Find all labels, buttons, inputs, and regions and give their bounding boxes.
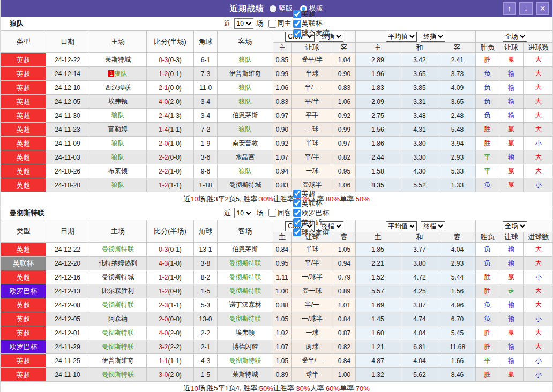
odds-away: 0.83 (333, 81, 356, 95)
home-team: 布莱顿 (89, 164, 147, 178)
league-checkbox-欧罗巴杯[interactable]: 欧罗巴杯 (293, 208, 330, 218)
avg-away-odds: 3.94 (439, 137, 476, 150)
league-checkbox-input[interactable] (293, 199, 301, 207)
avg-home-odds: 2.44 (356, 150, 400, 164)
summary-segment: 场,胜5平1负4, 胜率: (198, 383, 259, 392)
fulltime-score: 3-0 (159, 371, 168, 379)
halftime-score: (2-2) (168, 343, 182, 351)
home-team-name: 曼彻斯特联 (102, 343, 134, 350)
close-button[interactable]: ✕ (536, 2, 549, 15)
average-group-header: 平均值 终指 (356, 31, 476, 43)
handicap-result-cell: 输 (499, 340, 524, 354)
league-checkbox-英社盾[interactable]: 英社盾 (293, 218, 330, 228)
average-select[interactable]: 平均值 (386, 221, 417, 231)
corner-score: 3-6 (194, 150, 218, 164)
table-row: 英超24-12-10西汉姆联2-1(0-0)11-0狼队1.06半/一0.831… (1, 81, 553, 95)
league-checkbox-英联杯[interactable]: 英联杯 (293, 19, 330, 28)
same-venue-checkbox[interactable]: 同客 (265, 208, 292, 218)
scroll-down-button[interactable]: ↓ (519, 2, 533, 15)
handicap-result-cell: 走 (499, 284, 524, 298)
league-checkbox-英超[interactable]: 英超 (293, 9, 330, 19)
league-checkbox-input[interactable] (293, 190, 301, 198)
match-date: 24-10-26 (46, 164, 89, 178)
home-team-name: 埃弗顿 (108, 97, 128, 105)
odds-home: 1.02 (273, 326, 292, 340)
league-checkbox-input[interactable] (293, 218, 301, 227)
league-checkbox-input[interactable] (293, 209, 301, 217)
avg-away-odds: 1.66 (439, 354, 476, 368)
odds-away: 0.97 (333, 137, 356, 150)
league-checkbox-input[interactable] (293, 20, 301, 28)
odds-away: 0.90 (333, 67, 356, 81)
avg-home-odds: 1.56 (356, 123, 400, 137)
home-team-name: 西汉姆联 (105, 84, 131, 91)
away-team: 曼彻斯特联 (218, 284, 273, 298)
average-stage-select[interactable]: 终指 (421, 32, 445, 42)
avg-away-odds: 6.70 (439, 312, 476, 326)
same-venue-checkbox[interactable]: 同主 (265, 19, 292, 28)
summary-segment: 大率: (310, 383, 326, 392)
away-team-name: 水晶宫 (236, 153, 255, 161)
match-count-select[interactable]: 10 (234, 208, 253, 218)
avg-draw-odds: 4.74 (400, 312, 439, 326)
home-team: 伊普斯维奇 (89, 354, 147, 368)
league-filter-group: 英超英联杯欧罗巴杯英社盾球会友谊 (293, 189, 330, 237)
avg-home-odds: 2.21 (356, 257, 400, 270)
league-checkbox-英超[interactable]: 英超 (293, 189, 330, 199)
odds-handicap: 球半 (292, 368, 333, 382)
halftime-score: (0-0) (168, 288, 182, 295)
league-checkbox-英联杯[interactable]: 英联杯 (293, 199, 330, 208)
table-row: 英超24-11-09狼队2-0(1-0)1-9南安普敦0.92半球0.971.8… (1, 137, 553, 150)
summary-segment: 近 (183, 194, 190, 204)
away-team: 伯恩茅斯 (218, 243, 273, 257)
league-checkbox-input[interactable] (293, 29, 301, 37)
match-score: 2-2(1-0) (147, 164, 194, 178)
avg-away-odds: 2.48 (439, 109, 476, 123)
table-row: 英超24-10-26布莱顿2-2(1-0)9-6狼队0.94一球0.951.58… (1, 164, 553, 178)
handicap-result-cell: 赢 (499, 368, 524, 382)
home-team-name: 曼彻斯特联 (102, 371, 134, 378)
fulltime-score: 4-0 (159, 98, 168, 105)
match-date: 24-12-10 (46, 81, 89, 95)
away-team: 埃弗顿 (218, 326, 273, 340)
league-checkbox-球会友谊[interactable]: 球会友谊 (293, 228, 330, 237)
halftime-score: (0-1) (168, 70, 182, 78)
match-score: 2-1(0-0) (147, 81, 194, 95)
same-venue-checkbox-input[interactable] (268, 20, 276, 28)
corner-score: 3-4 (194, 95, 218, 109)
league-badge: 英超 (1, 109, 46, 123)
odds-away: 0.82 (333, 150, 356, 164)
scroll-up-button[interactable]: ↑ (503, 2, 516, 15)
fulltime-select[interactable]: 全场 (503, 32, 527, 42)
summary-segment: 让胜率: (273, 383, 296, 392)
match-date: 24-11-09 (46, 137, 89, 150)
odds-handicap: 受一球 (292, 284, 333, 298)
table-row: 英联杯24-12-20托特纳姆热刺4-3(1-0)3-8曼彻斯特联0.95平/半… (1, 257, 553, 270)
fulltime-select[interactable]: 全场 (503, 221, 527, 231)
odds-home: 0.89 (273, 368, 292, 382)
result-cell: 负 (476, 95, 499, 109)
fulltime-score: 1-4 (159, 126, 168, 133)
away-team-name: 曼彻斯特联 (229, 273, 261, 281)
avg-home-odds: 1.58 (356, 164, 400, 178)
avg-away-odds: 3.65 (439, 95, 476, 109)
handicap-result-cell: 赢 (499, 326, 524, 340)
home-team: 曼彻斯特联 (89, 326, 147, 340)
odds-home: 0.85 (273, 53, 292, 67)
match-date: 24-11-29 (46, 340, 89, 354)
average-stage-select[interactable]: 终指 (421, 221, 445, 231)
goals-cell: 大 (524, 150, 553, 164)
goals-cell: 大 (524, 257, 553, 270)
match-count-select[interactable]: 10 (234, 18, 253, 29)
average-select[interactable]: 平均值 (386, 32, 417, 42)
team-name: 狼队 (10, 19, 24, 28)
league-checkbox-球会友谊[interactable]: 球会友谊 (293, 28, 330, 38)
league-badge: 英超 (1, 164, 46, 178)
goals-cell: 大 (524, 53, 553, 67)
league-checkbox-input[interactable] (293, 10, 301, 18)
odds-handicap: 平/半 (292, 257, 333, 270)
league-checkbox-input[interactable] (293, 228, 301, 236)
odds-home: 0.94 (273, 164, 292, 178)
same-venue-checkbox-input[interactable] (268, 209, 276, 217)
avg-away-odds: 2.41 (439, 53, 476, 67)
